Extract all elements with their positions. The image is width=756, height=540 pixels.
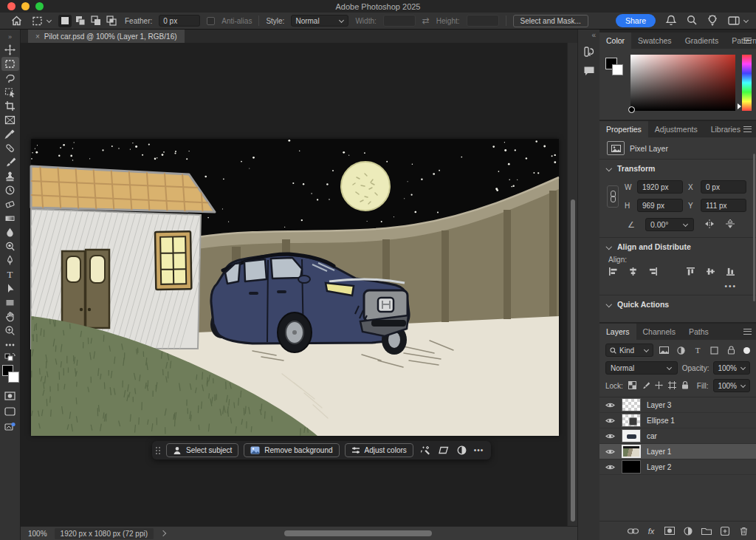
history-panel-icon[interactable] <box>580 43 598 61</box>
type-tool[interactable]: T <box>1 267 19 281</box>
align-bottom-icon[interactable] <box>726 267 735 278</box>
lock-transparency-icon[interactable] <box>628 381 636 391</box>
move-tool[interactable] <box>1 43 19 57</box>
new-layer-icon[interactable] <box>719 525 731 537</box>
color-picker-dot[interactable] <box>628 106 635 113</box>
notifications-bell-icon[interactable] <box>666 15 676 27</box>
screen-mode-icon[interactable] <box>1 404 19 418</box>
brush-tool[interactable] <box>1 155 19 169</box>
layer-row[interactable]: Layer 2 <box>599 459 756 475</box>
layer-styles-icon[interactable]: fx <box>645 525 657 537</box>
gradient-tool[interactable] <box>1 211 19 225</box>
canvas-artwork[interactable] <box>31 139 559 436</box>
close-document-icon[interactable]: × <box>35 33 40 41</box>
tab-color[interactable]: Color <box>599 33 631 49</box>
filter-toggle-icon[interactable] <box>743 347 750 354</box>
saturation-brightness-field[interactable] <box>630 55 735 111</box>
expand-panels-icon[interactable]: « <box>591 31 596 39</box>
align-top-icon[interactable] <box>686 267 695 278</box>
current-tool-icon[interactable] <box>32 16 52 27</box>
taskbar-more-icon[interactable]: ••• <box>474 446 484 454</box>
layer-thumbnail[interactable] <box>622 414 641 427</box>
layer-filter-dropdown[interactable]: Kind <box>605 344 653 357</box>
align-right-icon[interactable] <box>648 267 658 278</box>
status-chevron-icon[interactable] <box>160 530 166 536</box>
tab-gradients[interactable]: Gradients <box>678 33 726 49</box>
new-selection-icon[interactable] <box>58 15 72 27</box>
add-selection-icon[interactable] <box>74 15 87 27</box>
align-more-icon[interactable]: ••• <box>599 281 756 295</box>
align-center-vertical-icon[interactable] <box>706 267 715 278</box>
zoom-tool[interactable] <box>1 324 19 338</box>
background-color-swatch[interactable] <box>612 64 623 75</box>
blend-mode-dropdown[interactable]: Normal <box>605 361 678 375</box>
rectangular-marquee-tool[interactable] <box>1 57 19 71</box>
pen-tool[interactable] <box>1 253 19 267</box>
close-window-button[interactable] <box>7 2 16 10</box>
panel-menu-icon[interactable] <box>743 329 752 335</box>
adjust-colors-button[interactable]: Adjust colors <box>345 443 413 457</box>
tab-paths[interactable]: Paths <box>682 324 715 340</box>
lock-position-icon[interactable] <box>655 381 663 391</box>
style-dropdown[interactable]: Normal <box>291 15 348 27</box>
magic-wand-icon[interactable] <box>419 444 432 457</box>
taskbar-drag-handle[interactable] <box>155 444 161 457</box>
tab-adjustments[interactable]: Adjustments <box>648 121 704 137</box>
opacity-dropdown[interactable]: 100% <box>713 361 750 375</box>
lasso-tool[interactable] <box>1 71 19 85</box>
background-color-swatch[interactable] <box>8 372 19 383</box>
frame-tool[interactable] <box>1 113 19 127</box>
layer-name[interactable]: Layer 1 <box>647 448 671 456</box>
zoom-window-button[interactable] <box>35 2 44 10</box>
zoom-level[interactable]: 100% <box>28 530 47 538</box>
share-button[interactable]: Share <box>616 14 656 27</box>
flip-vertical-icon[interactable] <box>725 219 735 230</box>
properties-scrollbar-thumb[interactable] <box>753 154 755 301</box>
layer-row[interactable]: Layer 3 <box>599 397 756 413</box>
history-brush-tool[interactable] <box>1 183 19 197</box>
layer-name[interactable]: Layer 2 <box>647 463 671 471</box>
visibility-eye-icon[interactable] <box>604 402 616 409</box>
visibility-eye-icon[interactable] <box>604 448 616 455</box>
discover-lightbulb-icon[interactable] <box>707 15 718 27</box>
align-section-header[interactable]: Align and Distribute <box>599 238 756 256</box>
layer-name[interactable]: car <box>647 432 657 440</box>
quick-mask-icon[interactable] <box>1 389 19 403</box>
layer-name[interactable]: Layer 3 <box>647 401 671 409</box>
blur-tool[interactable] <box>1 225 19 239</box>
align-left-icon[interactable] <box>608 267 618 278</box>
layer-thumbnail[interactable] <box>622 429 641 442</box>
remove-background-button[interactable]: Remove background <box>244 443 339 457</box>
layer-thumbnail[interactable] <box>622 460 641 474</box>
subtract-selection-icon[interactable] <box>89 15 103 27</box>
select-subject-button[interactable]: Select subject <box>166 443 238 457</box>
filter-shape-layers-icon[interactable] <box>709 344 721 357</box>
height-input[interactable] <box>467 15 499 27</box>
path-selection-tool[interactable] <box>1 281 19 295</box>
transform-height-field[interactable]: 969 px <box>637 199 683 212</box>
minimize-window-button[interactable] <box>21 2 30 10</box>
intersect-selection-icon[interactable] <box>105 15 118 27</box>
panel-menu-icon[interactable] <box>743 38 752 44</box>
new-group-folder-icon[interactable] <box>701 525 712 537</box>
search-icon[interactable] <box>687 15 697 27</box>
visibility-eye-icon[interactable] <box>604 464 616 471</box>
layer-name[interactable]: Ellipse 1 <box>647 417 675 425</box>
clone-stamp-tool[interactable] <box>1 169 19 183</box>
edit-toolbar-icon[interactable] <box>1 338 19 352</box>
constrain-proportions-icon[interactable] <box>607 185 619 208</box>
new-adjustment-layer-icon[interactable] <box>682 525 694 537</box>
horizontal-scrollbar-thumb[interactable] <box>284 530 432 536</box>
rectangle-shape-tool[interactable] <box>1 295 19 310</box>
antialias-checkbox[interactable] <box>207 17 215 25</box>
comments-panel-icon[interactable] <box>580 62 598 80</box>
panel-menu-icon[interactable] <box>743 126 752 132</box>
link-layers-icon[interactable] <box>627 525 639 537</box>
add-layer-mask-icon[interactable] <box>664 525 676 537</box>
hue-slider[interactable] <box>742 55 752 111</box>
tab-swatches[interactable]: Swatches <box>631 33 678 49</box>
spot-healing-brush-tool[interactable] <box>1 141 19 155</box>
width-input[interactable] <box>383 15 416 27</box>
home-icon[interactable] <box>7 14 25 28</box>
rotation-angle-dropdown[interactable]: 0.00° <box>645 218 694 231</box>
